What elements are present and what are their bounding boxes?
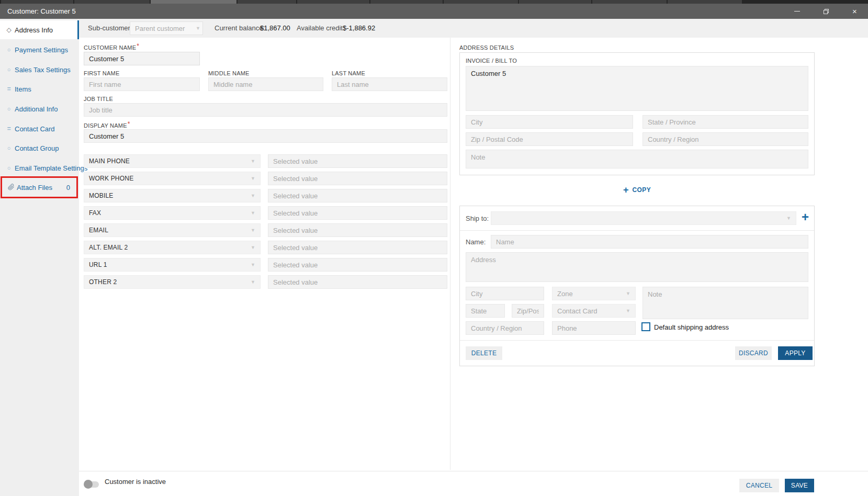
chevron-down-icon: ▼ [786,216,791,221]
sidebar-item-label: Payment Settings [15,46,68,54]
paperclip-icon [7,184,15,191]
last-name-input[interactable] [332,77,447,91]
sidebar-item-label: Attach Files [17,184,52,191]
contact-value-input-alt-email-2[interactable] [268,241,447,254]
customer-inactive-toggle[interactable] [84,481,99,488]
sidebar-item-label: Address Info [15,26,53,34]
sidebar-item-items[interactable]: = Items [0,80,79,98]
default-shipping-checkbox[interactable] [641,322,650,331]
tab-strip-segment [592,0,667,4]
chevron-down-icon: ▼ [251,262,255,267]
ship-to-address-textarea[interactable] [466,252,808,282]
circle-icon: ○ [5,165,13,171]
sidebar: ◇ Address Info ○ Payment Settings ○ Sale… [0,19,79,496]
minimize-icon [794,11,800,12]
ship-to-state-input[interactable] [466,304,505,318]
discard-button[interactable]: DISCARD [735,346,772,360]
ship-to-country-input[interactable] [466,321,544,335]
apply-button[interactable]: APPLY [778,346,813,360]
ship-to-dropdown[interactable]: ▼ [491,211,796,225]
contact-type-dropdown-other-2[interactable]: OTHER 2▼ [84,275,261,289]
ship-to-zip-input[interactable] [512,304,544,318]
chevron-down-icon: ▼ [251,228,255,233]
invoice-bill-to-title: INVOICE / BILL TO [466,58,517,64]
contact-value-input-mobile[interactable] [268,189,447,202]
contact-value-input-fax[interactable] [268,206,447,220]
contact-type-dropdown-work-phone[interactable]: WORK PHONE▼ [84,172,261,185]
contact-value-input-work-phone[interactable] [268,172,447,185]
ship-to-contact-card-dropdown[interactable]: Contact Card▼ [552,304,636,318]
save-button[interactable]: SAVE [785,479,814,492]
close-icon: × [852,7,857,15]
current-balance-label: Current balance: [215,19,265,38]
customer-name-label: CUSTOMER NAME [84,44,139,51]
last-name-label: LAST NAME [332,70,365,76]
close-button[interactable]: × [842,4,867,19]
contact-type-dropdown-alt-email-2[interactable]: ALT. EMAIL 2▼ [84,241,261,254]
sidebar-item-address-info[interactable]: ◇ Address Info [0,20,79,39]
chevron-down-icon: ▼ [251,159,255,164]
middle-name-input[interactable] [208,77,323,91]
titlebar: Customer: Customer 5 × [0,4,868,19]
contact-value-input-email[interactable] [268,223,447,237]
customer-inactive-label: Customer is inactive [105,478,166,486]
contact-type-dropdown-email[interactable]: EMAIL▼ [84,223,261,237]
chevron-down-icon: ▼ [251,245,255,250]
sidebar-item-payment-settings[interactable]: ○ Payment Settings [0,40,79,59]
diamond-icon: ◇ [5,26,13,33]
tab-strip-segment [370,0,443,4]
first-name-input[interactable] [84,77,200,91]
chevron-down-icon: ▼ [626,291,630,296]
restore-button[interactable] [814,4,838,19]
tab-strip-segment [238,0,296,4]
bill-to-zip-input[interactable] [466,132,633,146]
sidebar-item-email-template-settings[interactable]: ○ Email Template Settings [0,159,79,177]
contact-value-input-main-phone[interactable] [268,154,447,168]
bill-to-address-textarea[interactable]: Customer 5 [466,66,808,111]
bill-to-country-input[interactable] [642,132,808,146]
copy-button[interactable]: + COPY [459,184,815,196]
contact-type-dropdown-main-phone[interactable]: MAIN PHONE▼ [84,154,261,168]
equals-icon: = [5,125,13,132]
contact-type-dropdown-mobile[interactable]: MOBILE▼ [84,189,261,202]
footer-divider [79,471,868,471]
bill-to-note-textarea[interactable] [466,150,808,168]
delete-button[interactable]: DELETE [466,346,502,360]
sidebar-item-attach-files[interactable]: Attach Files 0 [1,176,78,198]
sidebar-item-contact-card[interactable]: = Contact Card [0,119,79,138]
contact-value-input-url-1[interactable] [268,258,447,272]
display-name-input[interactable] [84,129,447,143]
sub-customer-input[interactable] [130,21,203,35]
sidebar-item-contact-group[interactable]: ○ Contact Group [0,139,79,157]
ship-to-phone-input[interactable] [552,321,636,335]
ship-to-name-input[interactable] [491,235,808,249]
customer-name-input[interactable] [84,52,200,65]
sidebar-item-label: Email Template Settings [15,164,87,172]
sidebar-item-label: Items [15,85,31,93]
contact-value-input-other-2[interactable] [268,275,447,289]
chevron-down-icon: ▼ [251,210,255,216]
job-title-label: JOB TITLE [84,96,113,102]
bill-to-state-input[interactable] [642,115,808,129]
minimize-button[interactable] [785,4,809,19]
circle-icon: ○ [5,145,13,151]
add-ship-to-button[interactable]: + [802,211,809,223]
background-tab-strip [0,0,868,4]
sidebar-item-sales-tax-settings[interactable]: ○ Sales Tax Settings [0,60,79,79]
chevron-down-icon: ▼ [251,193,255,198]
chevron-down-icon: ▼ [251,176,255,181]
available-credit-value: $-1,886.92 [343,19,375,38]
contact-type-dropdown-fax[interactable]: FAX▼ [84,206,261,220]
contact-type-dropdown-url-1[interactable]: URL 1▼ [84,258,261,272]
bill-to-city-input[interactable] [466,115,633,129]
available-credit-label: Available credit: [297,19,345,38]
ship-to-note-textarea[interactable] [642,287,808,319]
chevron-down-icon: ▼ [626,308,630,313]
tab-strip-segment [444,0,518,4]
job-title-input[interactable] [84,103,447,117]
ship-to-city-input[interactable] [466,287,544,300]
circle-icon: ○ [5,106,13,112]
ship-to-zone-dropdown[interactable]: Zone▼ [552,287,636,300]
sidebar-item-additional-info[interactable]: ○ Additional Info [0,99,79,118]
cancel-button[interactable]: CANCEL [739,479,779,492]
